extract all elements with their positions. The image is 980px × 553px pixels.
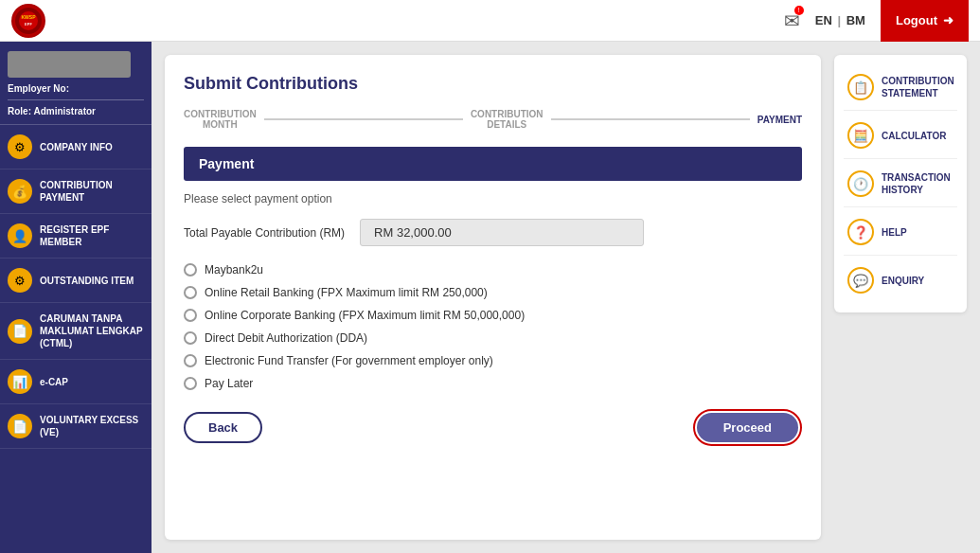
- sidebar-item-label: OUTSTANDING ITEM: [40, 275, 134, 287]
- main-layout: Employer No: Role: Administrator ⚙ COMPA…: [0, 42, 980, 553]
- enquiry-label: ENQUIRY: [882, 275, 924, 287]
- contribution-statement-icon: 📋: [847, 74, 874, 100]
- mail-icon[interactable]: ✉ !: [784, 9, 800, 32]
- mail-badge: !: [794, 6, 804, 15]
- calculator-label: CALCULATOR: [882, 130, 947, 142]
- right-menu-enquiry[interactable]: 💬 ENQUIRY: [844, 258, 957, 303]
- transaction-history-icon: 🕐: [847, 170, 874, 197]
- step-line-2: [551, 118, 750, 120]
- voluntary-excess-icon: 📄: [8, 414, 32, 438]
- right-menu-help[interactable]: ❓ HELP: [844, 209, 957, 256]
- payment-header: Payment: [184, 147, 802, 181]
- help-icon: ❓: [847, 219, 874, 245]
- ecap-icon: 📊: [8, 369, 32, 394]
- radio-online-corporate[interactable]: [184, 309, 197, 322]
- sidebar-item-company-info[interactable]: ⚙ COMPANY INFO: [0, 125, 151, 169]
- right-sidebar: 📋 CONTRIBUTION STATEMENT 🧮 CALCULATOR 🕐 …: [834, 55, 967, 540]
- option-online-retail-label: Online Retail Banking (FPX Maximum limit…: [205, 286, 488, 299]
- logout-arrow-icon: ➜: [943, 13, 953, 27]
- lang-bm[interactable]: BM: [846, 13, 865, 27]
- stepper: CONTRIBUTIONMONTH CONTRIBUTIONDETAILS PA…: [184, 109, 802, 130]
- role-label: Role: Administrator: [8, 106, 144, 116]
- step-payment: PAYMENT: [757, 115, 802, 125]
- step-contribution-month: CONTRIBUTIONMONTH: [184, 109, 257, 130]
- total-label: Total Payable Contribution (RM): [184, 226, 345, 240]
- payment-subtitle: Please select payment option: [184, 192, 802, 205]
- sidebar-item-label: e-CAP: [40, 376, 68, 388]
- header: KWSP EPF ✉ ! EN | BM Logout ➜: [0, 0, 980, 42]
- contribution-payment-icon: 💰: [8, 179, 32, 204]
- right-menu-contribution-statement[interactable]: 📋 CONTRIBUTION STATEMENT: [844, 64, 957, 111]
- sidebar: Employer No: Role: Administrator ⚙ COMPA…: [0, 42, 151, 553]
- option-online-corporate[interactable]: Online Corporate Banking (FPX Maximum li…: [184, 309, 802, 322]
- sidebar-item-label: CARUMAN TANPA MAKLUMAT LENGKAP (CTML): [40, 312, 144, 349]
- calculator-icon: 🧮: [847, 122, 874, 149]
- option-pay-later-label: Pay Later: [205, 377, 253, 390]
- employer-no-label: Employer No:: [8, 83, 144, 94]
- svg-text:EPF: EPF: [25, 22, 32, 27]
- sidebar-item-outstanding[interactable]: ⚙ OUTSTANDING ITEM: [0, 259, 151, 303]
- radio-eft[interactable]: [184, 354, 197, 367]
- total-value: RM 32,000.00: [360, 219, 644, 246]
- step-line-1: [264, 118, 463, 120]
- main-card: Submit Contributions CONTRIBUTIONMONTH C…: [165, 55, 821, 540]
- payment-options: Maybank2u Online Retail Banking (FPX Max…: [184, 263, 802, 390]
- ctml-icon: 📄: [8, 319, 32, 344]
- lang-en[interactable]: EN: [815, 13, 832, 27]
- option-maybank2u[interactable]: Maybank2u: [184, 263, 802, 276]
- logo-icon: KWSP EPF: [11, 4, 45, 38]
- sidebar-item-label: CONTRIBUTION PAYMENT: [40, 179, 144, 204]
- proceed-wrapper: Proceed: [693, 409, 802, 446]
- sidebar-item-label: REGISTER EPF MEMBER: [40, 223, 144, 248]
- right-menu-transaction-history[interactable]: 🕐 TRANSACTION HISTORY: [844, 161, 957, 207]
- profile-image: [8, 51, 131, 78]
- sidebar-item-label: COMPANY INFO: [40, 141, 113, 153]
- option-eft[interactable]: Electronic Fund Transfer (For government…: [184, 354, 802, 367]
- option-direct-debit-label: Direct Debit Authorization (DDA): [205, 331, 367, 345]
- lang-divider: |: [837, 13, 841, 27]
- right-menu-calculator[interactable]: 🧮 CALCULATOR: [844, 113, 957, 159]
- content-area: Submit Contributions CONTRIBUTIONMONTH C…: [151, 42, 980, 553]
- sidebar-item-register-epf[interactable]: 👤 REGISTER EPF MEMBER: [0, 214, 151, 259]
- button-row: Back Proceed: [184, 409, 802, 446]
- sidebar-item-ctml[interactable]: 📄 CARUMAN TANPA MAKLUMAT LENGKAP (CTML): [0, 303, 151, 360]
- header-right: ✉ ! EN | BM Logout ➜: [784, 0, 969, 42]
- proceed-button[interactable]: Proceed: [697, 413, 798, 442]
- page-title: Submit Contributions: [184, 74, 802, 94]
- right-menu-card: 📋 CONTRIBUTION STATEMENT 🧮 CALCULATOR 🕐 …: [834, 55, 967, 312]
- option-pay-later[interactable]: Pay Later: [184, 377, 802, 390]
- logout-button[interactable]: Logout ➜: [881, 0, 969, 42]
- contribution-statement-label: CONTRIBUTION STATEMENT: [882, 75, 954, 99]
- svg-text:KWSP: KWSP: [22, 14, 37, 20]
- option-eft-label: Electronic Fund Transfer (For government…: [205, 354, 493, 367]
- option-online-corporate-label: Online Corporate Banking (FPX Maximum li…: [205, 309, 525, 322]
- option-online-retail[interactable]: Online Retail Banking (FPX Maximum limit…: [184, 286, 802, 299]
- sidebar-item-contribution-payment[interactable]: 💰 CONTRIBUTION PAYMENT: [0, 169, 151, 214]
- radio-pay-later[interactable]: [184, 377, 197, 390]
- company-info-icon: ⚙: [8, 134, 32, 159]
- back-button[interactable]: Back: [184, 412, 262, 443]
- option-maybank2u-label: Maybank2u: [205, 263, 263, 276]
- sidebar-profile: Employer No: Role: Administrator: [0, 42, 151, 125]
- radio-direct-debit[interactable]: [184, 331, 197, 345]
- radio-maybank2u[interactable]: [184, 263, 197, 276]
- transaction-history-label: TRANSACTION HISTORY: [882, 171, 953, 196]
- sidebar-item-label: VOLUNTARY EXCESS (VE): [40, 414, 144, 438]
- total-row: Total Payable Contribution (RM) RM 32,00…: [184, 219, 802, 246]
- logo: KWSP EPF: [11, 4, 45, 38]
- help-label: HELP: [882, 226, 907, 239]
- option-direct-debit[interactable]: Direct Debit Authorization (DDA): [184, 331, 802, 345]
- outstanding-icon: ⚙: [8, 268, 32, 293]
- sidebar-item-ecap[interactable]: 📊 e-CAP: [0, 360, 151, 404]
- radio-online-retail[interactable]: [184, 286, 197, 299]
- sidebar-item-voluntary-excess[interactable]: 📄 VOLUNTARY EXCESS (VE): [0, 404, 151, 449]
- register-epf-icon: 👤: [8, 223, 32, 248]
- language-switcher[interactable]: EN | BM: [815, 13, 865, 27]
- step-contribution-details: CONTRIBUTIONDETAILS: [471, 109, 543, 130]
- enquiry-icon: 💬: [847, 267, 874, 294]
